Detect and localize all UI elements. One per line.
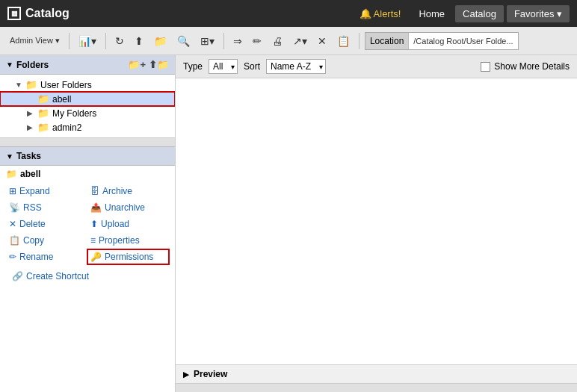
- print-icon: 🖨: [272, 35, 283, 47]
- print-button[interactable]: 🖨: [268, 33, 286, 49]
- type-label: Type: [183, 61, 203, 72]
- sort-select[interactable]: Name A-Z: [266, 59, 326, 74]
- admin-view-button[interactable]: Admin View ▾: [6, 34, 64, 48]
- tasks-header: ▼ Tasks: [0, 146, 175, 166]
- task-expand-label: Expand: [19, 186, 50, 196]
- task-permissions[interactable]: 🔑 Permissions: [87, 249, 169, 264]
- archive-icon: 🗄: [90, 186, 99, 196]
- copy-to-icon: ⇒: [233, 35, 242, 47]
- task-copy[interactable]: 📋 Copy: [6, 233, 87, 248]
- tasks-item-name: abell: [20, 169, 40, 179]
- folders-title: ▼ Folders: [6, 60, 49, 70]
- properties-icon: ≡: [90, 235, 96, 246]
- folders-section-header: ▼ Folders 📁+ ⬆📁: [0, 55, 175, 75]
- task-permissions-label: Permissions: [105, 252, 153, 262]
- folder-icon-user-folders: 📁: [25, 79, 37, 90]
- tasks-collapse-arrow[interactable]: ▼: [6, 152, 13, 161]
- task-archive[interactable]: 🗄 Archive: [87, 184, 169, 199]
- permissions-icon: 🔑: [90, 252, 102, 262]
- main-layout: ▼ Folders 📁+ ⬆📁 ▼ 📁 User Folders 📁: [0, 55, 577, 392]
- expand-arrow-my-folders[interactable]: ▶: [27, 109, 37, 117]
- sort-select-wrapper: Name A-Z ▾: [266, 59, 326, 74]
- tree-item-my-folders[interactable]: ▶ 📁 My Folders: [0, 106, 175, 120]
- upload-folder-icon[interactable]: ⬆📁: [149, 59, 169, 70]
- refresh-icon: ↻: [115, 35, 124, 47]
- tree-item-user-folders[interactable]: ▼ 📁 User Folders: [0, 78, 175, 92]
- folder-icon-my-folders: 📁: [37, 108, 49, 119]
- edit-icon: ✏: [253, 35, 262, 47]
- chart-button[interactable]: 📊▾: [75, 33, 100, 49]
- task-rename[interactable]: ✏ Rename: [6, 249, 87, 264]
- alerts-button[interactable]: 🔔 Alerts!: [360, 8, 401, 19]
- favorites-button[interactable]: Favorites ▾: [507, 5, 570, 22]
- tree-label-admin2: admin2: [52, 122, 81, 133]
- toolbar-separator-3: [223, 33, 224, 49]
- type-select[interactable]: All: [209, 59, 238, 74]
- copy-to-button[interactable]: ⇒: [229, 33, 246, 49]
- refresh-button[interactable]: ↻: [111, 33, 128, 49]
- task-create-shortcut[interactable]: 🔗 Create Shortcut: [9, 269, 166, 284]
- export-button[interactable]: ↗▾: [289, 33, 311, 49]
- edit-button[interactable]: ✏: [249, 33, 265, 49]
- upload-button[interactable]: ⬆: [131, 33, 147, 49]
- grid-button[interactable]: ⊞▾: [197, 33, 218, 49]
- unarchive-icon: 📤: [90, 202, 102, 213]
- task-delete[interactable]: ✕ Delete: [6, 217, 87, 231]
- logo-icon: ▦: [7, 7, 21, 20]
- task-upload[interactable]: ⬆ Upload: [87, 217, 169, 231]
- delete-task-icon: ✕: [9, 219, 16, 229]
- delete-toolbar-button[interactable]: ✕: [314, 33, 330, 49]
- folder-icon-admin2: 📁: [37, 122, 49, 133]
- task-delete-label: Delete: [19, 219, 46, 229]
- home-nav-link[interactable]: Home: [411, 5, 452, 22]
- new-folder-icon[interactable]: 📁+: [128, 59, 146, 70]
- tasks-item-label: 📁 abell: [0, 166, 175, 181]
- expand-icon: ⊞: [9, 186, 16, 196]
- shortcut-icon: 🔗: [12, 271, 23, 281]
- show-more-checkbox[interactable]: [481, 62, 490, 72]
- tree-item-abell[interactable]: 📁 abell: [0, 92, 175, 106]
- folders-actions: 📁+ ⬆📁: [128, 59, 169, 70]
- show-more-details: Show More Details: [481, 61, 570, 72]
- copy-toolbar-button[interactable]: 📋: [333, 33, 354, 49]
- search-icon: 🔍: [177, 35, 190, 47]
- task-unarchive-label: Unarchive: [105, 202, 145, 213]
- type-select-wrapper: All ▾: [209, 59, 238, 74]
- toolbar-separator-1: [69, 33, 70, 49]
- folders-hscroll[interactable]: [0, 137, 175, 146]
- rss-icon: 📡: [9, 202, 20, 213]
- app-logo: ▦ Catalog: [7, 7, 70, 20]
- preview-section[interactable]: ▶ Preview: [176, 364, 577, 383]
- tasks-section: ▼ Tasks 📁 abell ⊞ Expand 🗄 Archive: [0, 146, 175, 392]
- folders-tree: ▼ 📁 User Folders 📁 abell ▶ 📁 My Folders: [0, 75, 175, 137]
- tasks-grid: ⊞ Expand 🗄 Archive 📡 RSS 📤 Unarchive: [0, 181, 175, 267]
- sort-label: Sort: [244, 61, 260, 72]
- tree-item-admin2[interactable]: ▶ 📁 admin2: [0, 120, 175, 134]
- search-button[interactable]: 🔍: [173, 33, 194, 49]
- folder-button[interactable]: 📁: [150, 33, 170, 49]
- preview-arrow[interactable]: ▶: [183, 370, 189, 379]
- copy-icon: 📋: [337, 35, 350, 47]
- toolbar: Admin View ▾ 📊▾ ↻ ⬆ 📁 🔍 ⊞▾ ⇒ ✏ 🖨 ↗▾ ✕ 📋 …: [0, 27, 577, 55]
- app-title: Catalog: [25, 7, 70, 20]
- expand-arrow-admin2[interactable]: ▶: [27, 123, 37, 131]
- filter-bar: Type All ▾ Sort Name A-Z ▾ Show More Det…: [176, 55, 577, 78]
- upload-icon: ⬆: [135, 35, 144, 47]
- task-properties-label: Properties: [99, 235, 140, 246]
- toolbar-separator-4: [359, 33, 360, 49]
- bottom-hscroll[interactable]: [176, 383, 577, 392]
- chart-icon: 📊▾: [78, 35, 96, 47]
- task-rss[interactable]: 📡 RSS: [6, 200, 87, 215]
- expand-arrow-user-folders[interactable]: ▼: [15, 81, 25, 89]
- task-create-shortcut-label: Create Shortcut: [26, 271, 89, 281]
- folders-collapse-arrow[interactable]: ▼: [6, 60, 13, 69]
- show-more-label: Show More Details: [494, 61, 570, 72]
- catalog-nav-link[interactable]: Catalog: [455, 5, 504, 22]
- task-expand[interactable]: ⊞ Expand: [6, 184, 87, 199]
- folder-icon: 📁: [154, 35, 167, 47]
- task-unarchive[interactable]: 📤 Unarchive: [87, 200, 169, 215]
- left-panel: ▼ Folders 📁+ ⬆📁 ▼ 📁 User Folders 📁: [0, 55, 176, 392]
- location-bar: Location /Catalog Root/User Folde...: [365, 32, 519, 50]
- upload-task-icon: ⬆: [90, 219, 98, 229]
- task-properties[interactable]: ≡ Properties: [87, 233, 169, 248]
